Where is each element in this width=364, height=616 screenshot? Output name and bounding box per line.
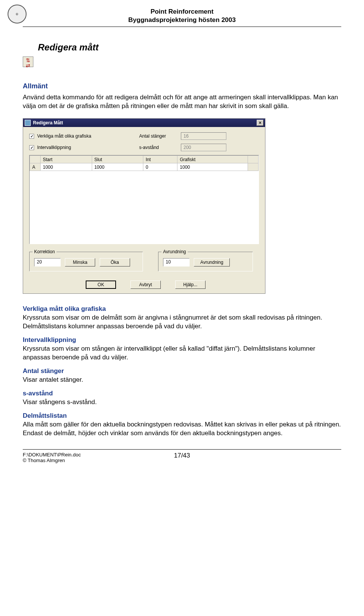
ok-button[interactable]: OK <box>86 281 116 289</box>
col-slut: Slut <box>92 156 143 163</box>
dialog-icon <box>25 120 31 126</box>
cell-slut[interactable]: 1000 <box>92 163 143 171</box>
savst-heading: s-avstånd <box>23 390 341 397</box>
dialog-titlebar: Redigera Mått × <box>23 119 265 127</box>
seal-icon: ⊕ <box>8 5 27 24</box>
cell-start[interactable]: 1000 <box>41 163 92 171</box>
col-grafiskt: Grafiskt <box>177 156 248 163</box>
antal-body: Visar antalet stänger. <box>23 376 341 384</box>
cell-rowlabel: A <box>30 163 41 171</box>
dimension-grid[interactable]: Start Slut Int Grafiskt A 1000 1000 0 10… <box>29 155 259 244</box>
avbryt-button[interactable]: Avbryt <box>130 281 161 289</box>
group-korrektion: Korrektion 20 Minska Öka <box>29 252 143 271</box>
header-title-1: Point Reinforcement <box>23 8 341 16</box>
field-savst: 200 <box>181 144 226 151</box>
group-avrundning: Avrundning 10 Avrundning <box>158 252 253 271</box>
page-footer: F:\DOKUMENT\PRein.doc © Thomas Almgren 1… <box>23 449 341 463</box>
label-savst: s-avstånd <box>139 145 181 150</box>
field-avrundning[interactable]: 10 <box>163 258 190 266</box>
footer-path: F:\DOKUMENT\PRein.doc <box>23 452 174 458</box>
avrundning-button[interactable]: Avrundning <box>194 258 230 266</box>
lista-body: Alla mått som gäller för den aktuella bo… <box>23 420 341 438</box>
field-antal: 16 <box>181 132 226 140</box>
section-title: Redigera mått <box>38 42 341 53</box>
allmant-body: Använd detta kommando för att redigera d… <box>23 93 341 111</box>
intervall-heading: Intervallklippning <box>23 336 341 344</box>
checkbox-intervall[interactable] <box>29 145 34 150</box>
minska-button[interactable]: Minska <box>65 258 95 266</box>
col-blank <box>30 156 41 163</box>
header-title-2: Byggnadsprojektering hösten 2003 <box>23 16 341 24</box>
label-verkliga: Verkliga mått olika grafiska <box>37 133 91 139</box>
dialog-title: Redigera Mått <box>33 120 257 125</box>
verkliga-body: Kryssruta som visar om de delmått som är… <box>23 313 341 331</box>
close-icon[interactable]: × <box>257 120 264 126</box>
savst-body: Visar stångens s-avstånd. <box>23 398 341 407</box>
col-start: Start <box>41 156 92 163</box>
antal-heading: Antal stänger <box>23 367 341 375</box>
hjalp-button[interactable]: Hjälp... <box>175 281 206 289</box>
footer-page: 17/43 <box>174 452 190 463</box>
verkliga-heading: Verkliga mått olika grafiska <box>23 305 341 313</box>
lista-heading: Delmåttslistan <box>23 412 341 420</box>
col-int: Int <box>143 156 177 163</box>
col-tail <box>248 156 259 163</box>
label-intervall: Intervallklippning <box>37 145 71 150</box>
field-korrektion[interactable]: 20 <box>34 258 61 266</box>
legend-avrundning: Avrundning <box>162 249 188 254</box>
allmant-heading: Allmänt <box>23 82 341 90</box>
cell-int[interactable]: 0 <box>143 163 177 171</box>
footer-copyright: © Thomas Almgren <box>23 458 174 463</box>
cell-grafiskt[interactable]: 1000 <box>177 163 248 171</box>
intervall-body: Kryssruta som visar om stången är interv… <box>23 345 341 362</box>
redigera-matt-dialog: Redigera Mått × Verkliga mått olika graf… <box>23 118 265 294</box>
oka-button[interactable]: Öka <box>100 258 130 266</box>
label-antal: Antal stänger <box>139 133 181 139</box>
checkbox-verkliga[interactable] <box>29 134 34 139</box>
page-header: ⊕ Point Reinforcement Byggnadsprojekteri… <box>23 8 341 27</box>
edit-dimension-icon: ⇅⇄ <box>23 56 33 67</box>
legend-korrektion: Korrektion <box>33 249 56 254</box>
table-row[interactable]: A 1000 1000 0 1000 <box>30 163 259 171</box>
